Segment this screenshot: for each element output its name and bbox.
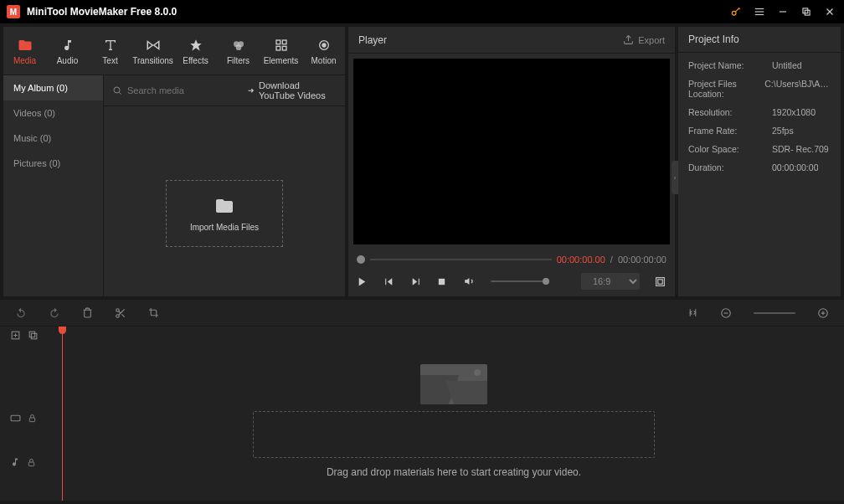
effects-icon bbox=[189, 37, 203, 54]
minimize-icon[interactable] bbox=[777, 6, 790, 18]
tab-media[interactable]: Media bbox=[3, 27, 46, 75]
export-icon bbox=[623, 34, 634, 45]
lock-icon[interactable] bbox=[27, 458, 36, 467]
project-info-title: Project Info bbox=[678, 27, 841, 53]
fit-button[interactable] bbox=[687, 307, 698, 318]
aspect-select[interactable]: 16:9 bbox=[581, 273, 640, 290]
sidebar-item-music[interactable]: Music (0) bbox=[3, 126, 103, 151]
scrub-handle[interactable] bbox=[357, 255, 365, 264]
import-media-button[interactable]: Import Media Files bbox=[166, 180, 283, 247]
resolution-value: 1920x1080 bbox=[772, 107, 816, 117]
svg-rect-8 bbox=[805, 10, 810, 15]
app-title: MiniTool MovieMaker Free 8.0.0 bbox=[27, 6, 730, 18]
undo-button[interactable] bbox=[15, 307, 27, 319]
svg-point-18 bbox=[235, 44, 241, 50]
drop-hint-text: Drag and drop materials here to start cr… bbox=[253, 466, 655, 478]
add-track-icon[interactable] bbox=[10, 330, 21, 341]
svg-point-25 bbox=[114, 87, 120, 93]
export-button[interactable]: Export bbox=[623, 34, 665, 45]
text-icon bbox=[104, 37, 117, 54]
play-button[interactable] bbox=[357, 276, 368, 287]
svg-point-24 bbox=[322, 44, 326, 47]
search-icon bbox=[112, 85, 122, 95]
lock-icon[interactable] bbox=[28, 414, 37, 423]
framerate-value: 25fps bbox=[772, 126, 794, 136]
sidebar-item-myalbum[interactable]: My Album (0) bbox=[3, 75, 103, 100]
svg-rect-22 bbox=[282, 46, 286, 50]
zoom-in-button[interactable] bbox=[817, 307, 829, 319]
prev-frame-button[interactable] bbox=[383, 276, 395, 287]
split-button[interactable] bbox=[115, 307, 126, 319]
player-panel: Player Export 00:00:00.00 / 00:00:00:00 … bbox=[348, 27, 675, 296]
svg-marker-14 bbox=[153, 41, 158, 49]
drop-area[interactable] bbox=[253, 411, 655, 458]
tab-audio[interactable]: Audio bbox=[46, 27, 89, 75]
transitions-icon bbox=[146, 37, 161, 54]
playhead[interactable] bbox=[62, 327, 63, 501]
svg-rect-7 bbox=[803, 8, 808, 13]
svg-point-38 bbox=[116, 314, 120, 317]
fullscreen-button[interactable] bbox=[655, 276, 666, 287]
import-folder-icon bbox=[214, 196, 234, 216]
volume-slider[interactable] bbox=[491, 280, 549, 282]
zoom-slider[interactable] bbox=[754, 312, 795, 314]
track-stack-icon[interactable] bbox=[28, 330, 39, 341]
svg-marker-31 bbox=[413, 278, 417, 285]
filters-icon bbox=[232, 37, 245, 54]
tab-text[interactable]: Text bbox=[89, 27, 131, 75]
collapse-handle[interactable]: ‹ bbox=[672, 161, 678, 194]
svg-rect-53 bbox=[31, 333, 37, 339]
svg-rect-33 bbox=[439, 278, 445, 284]
video-track-icon bbox=[10, 413, 21, 424]
zoom-out-button[interactable] bbox=[720, 307, 732, 319]
timeline-panel: Drag and drop materials here to start cr… bbox=[0, 300, 844, 501]
timeline-tracks[interactable]: Drag and drop materials here to start cr… bbox=[52, 327, 844, 501]
svg-rect-54 bbox=[11, 415, 20, 421]
project-name-value: Untitled bbox=[772, 60, 802, 70]
next-frame-button[interactable] bbox=[410, 276, 422, 287]
delete-button[interactable] bbox=[82, 307, 93, 318]
scrub-track[interactable] bbox=[370, 259, 552, 260]
tab-elements[interactable]: Elements bbox=[260, 27, 302, 75]
player-title: Player bbox=[358, 34, 623, 46]
svg-rect-55 bbox=[29, 418, 34, 422]
placeholder-image-icon bbox=[420, 364, 487, 404]
sidebar-item-pictures[interactable]: Pictures (0) bbox=[3, 151, 103, 176]
svg-marker-29 bbox=[388, 278, 392, 285]
svg-line-41 bbox=[119, 311, 121, 312]
svg-line-2 bbox=[739, 8, 740, 9]
svg-marker-34 bbox=[465, 278, 469, 285]
stop-button[interactable] bbox=[437, 277, 449, 286]
key-icon[interactable] bbox=[730, 6, 744, 18]
project-location-value: C:\Users\BJ\App... bbox=[764, 79, 831, 99]
track-labels bbox=[0, 327, 52, 501]
tab-motion[interactable]: Motion bbox=[302, 27, 345, 75]
svg-line-26 bbox=[119, 92, 121, 94]
close-icon[interactable] bbox=[824, 6, 837, 18]
time-total: 00:00:00:00 bbox=[618, 255, 666, 265]
menu-icon[interactable] bbox=[754, 6, 767, 18]
tab-filters[interactable]: Filters bbox=[217, 27, 260, 75]
download-youtube-link[interactable]: ➜ Download YouTube Videos bbox=[248, 80, 337, 100]
download-arrow-icon: ➜ bbox=[248, 86, 255, 95]
tab-effects[interactable]: Effects bbox=[174, 27, 217, 75]
maximize-icon[interactable] bbox=[800, 6, 814, 18]
album-list: My Album (0) Videos (0) Music (0) Pictur… bbox=[3, 75, 104, 296]
svg-rect-19 bbox=[276, 40, 280, 44]
redo-button[interactable] bbox=[49, 307, 60, 319]
sidebar-item-videos[interactable]: Videos (0) bbox=[3, 100, 103, 126]
tab-transitions[interactable]: Transitions bbox=[131, 27, 174, 75]
music-icon bbox=[61, 37, 75, 54]
svg-marker-15 bbox=[190, 39, 201, 50]
colorspace-value: SDR- Rec.709 bbox=[772, 144, 829, 154]
svg-rect-52 bbox=[29, 332, 35, 337]
svg-marker-13 bbox=[147, 41, 152, 49]
project-panel: ‹ Project Info Project Name:Untitled Pro… bbox=[678, 27, 841, 296]
svg-rect-21 bbox=[276, 46, 280, 50]
svg-point-0 bbox=[732, 11, 736, 15]
crop-button[interactable] bbox=[148, 307, 159, 318]
svg-point-37 bbox=[116, 308, 120, 311]
volume-icon[interactable] bbox=[464, 275, 476, 287]
video-preview[interactable] bbox=[353, 59, 670, 244]
search-input[interactable] bbox=[127, 85, 243, 95]
